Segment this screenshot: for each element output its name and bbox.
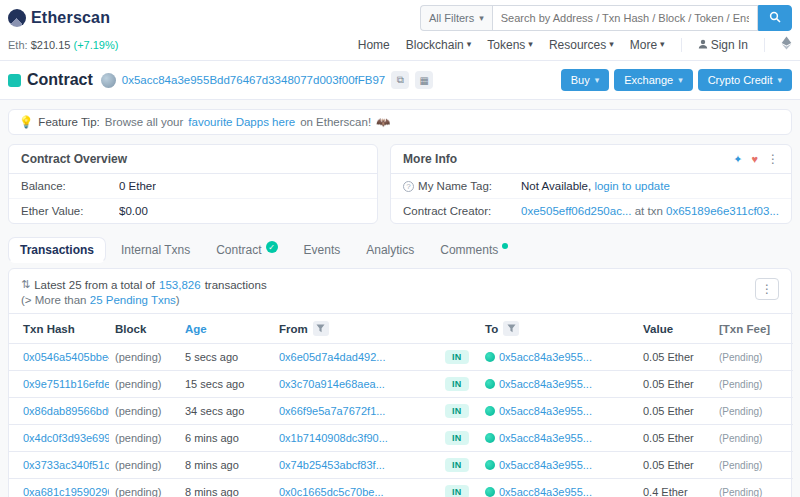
tab-transactions-label: Transactions: [20, 243, 94, 257]
verified-icon: ✓: [266, 241, 278, 253]
pending-close-text: ): [176, 294, 180, 306]
col-value: Value: [637, 314, 713, 344]
col-txn-fee: [Txn Fee]: [713, 314, 793, 344]
nav-tokens[interactable]: Tokens ▾: [487, 38, 533, 52]
to-address-link[interactable]: 0x5acc84a3e955...: [499, 378, 592, 390]
from-address-link[interactable]: 0x66f9e5a7a7672f1...: [279, 405, 385, 417]
from-address-link[interactable]: 0x74b25453abcf83f...: [279, 459, 385, 471]
sign-in-link[interactable]: Sign In: [698, 38, 748, 52]
direction-badge: IN: [445, 458, 469, 472]
buy-button-label: Buy: [571, 74, 590, 86]
tab-internal-txns[interactable]: Internal Txns: [110, 238, 201, 262]
to-address-link[interactable]: 0x5acc84a3e955...: [499, 432, 592, 444]
total-txn-count-link[interactable]: 153,826: [159, 279, 201, 291]
more-info-card: More Info ✦ ♥ ⋮ ? My Name Tag: Not Avail…: [390, 144, 792, 224]
etherscan-logo[interactable]: Etherscan: [8, 9, 110, 27]
age-cell: 8 mins ago: [179, 479, 273, 497]
wand-icon[interactable]: ✦: [733, 154, 742, 165]
txn-hash-link[interactable]: 0xa681c195902906...: [23, 486, 109, 497]
all-filters-label: All Filters: [429, 12, 474, 24]
contract-title-section: Contract 0x5acc84a3e955Bdd76467d3348077d…: [0, 61, 800, 100]
page-title: Contract: [27, 71, 93, 89]
top-header: Etherscan All Filters ▾ Eth: $210.15 (+7…: [0, 0, 800, 61]
all-filters-select[interactable]: All Filters ▾: [420, 5, 492, 31]
search-input[interactable]: [492, 5, 758, 31]
kebab-menu-icon[interactable]: ⋮: [767, 153, 779, 165]
favourite-dapps-link[interactable]: favourite Dapps here: [188, 116, 295, 128]
block-cell: (pending): [109, 452, 179, 479]
tab-transactions[interactable]: Transactions: [8, 237, 106, 263]
creation-txn-link[interactable]: 0x65189e6e311cf03...: [666, 205, 779, 217]
ethereum-icon: [781, 36, 792, 53]
nav-more[interactable]: More ▾: [630, 38, 665, 52]
nav-resources[interactable]: Resources ▾: [549, 38, 614, 52]
to-address-link[interactable]: 0x5acc84a3e955...: [499, 486, 592, 497]
tab-analytics-label: Analytics: [366, 243, 414, 257]
direction-badge: IN: [445, 377, 469, 391]
col-age-toggle[interactable]: Age: [185, 323, 207, 335]
table-row: 0x4dc0f3d93e699ff... (pending) 6 mins ag…: [9, 425, 793, 452]
heart-icon[interactable]: ♥: [751, 154, 758, 165]
feature-tip-text-before: Browse all your: [105, 116, 184, 128]
age-cell: 15 secs ago: [179, 371, 273, 398]
exchange-button[interactable]: Exchange ▾: [614, 69, 692, 91]
txn-hash-link[interactable]: 0x4dc0f3d93e699ff...: [23, 432, 109, 444]
nav-home[interactable]: Home: [358, 38, 390, 52]
to-address-link[interactable]: 0x5acc84a3e955...: [499, 351, 592, 363]
feature-tip-label: Feature Tip:: [38, 116, 99, 128]
crypto-credit-button-label: Crypto Credit: [708, 74, 773, 86]
crypto-credit-button[interactable]: Crypto Credit ▾: [698, 69, 792, 91]
eth-label: Eth:: [8, 39, 28, 51]
to-filter-button[interactable]: [503, 321, 519, 336]
from-address-link[interactable]: 0x1b7140908dc3f90...: [279, 432, 388, 444]
from-address-link[interactable]: 0x6e05d7a4dad492...: [279, 351, 385, 363]
to-address-link[interactable]: 0x5acc84a3e955...: [499, 405, 592, 417]
sign-in-label: Sign In: [711, 38, 748, 52]
tab-events[interactable]: Events: [293, 238, 352, 262]
buy-button[interactable]: Buy ▾: [561, 69, 610, 91]
table-row: 0x3733ac340f51c3... (pending) 8 mins ago…: [9, 452, 793, 479]
ethereum-network-button[interactable]: [781, 36, 792, 53]
from-address-link[interactable]: 0x0c1665dc5c70be...: [279, 486, 384, 497]
tab-contract[interactable]: Contract ✓: [205, 238, 288, 262]
col-txn-hash: Txn Hash: [9, 314, 109, 344]
from-address-link[interactable]: 0x3c70a914e68aea...: [279, 378, 385, 390]
eth-price-ticker: Eth: $210.15 (+7.19%): [8, 39, 118, 51]
direction-badge: IN: [445, 350, 469, 364]
ether-value: $0.00: [119, 205, 148, 217]
txn-hash-link[interactable]: 0x0546a5405bbe47...: [23, 351, 109, 363]
txn-hash-link[interactable]: 0x9e7511b16efde35...: [23, 378, 109, 390]
contract-address[interactable]: 0x5acc84a3e955Bdd76467d3348077d003f00fFB…: [122, 74, 385, 86]
search-button[interactable]: [758, 5, 792, 31]
brand-name: Etherscan: [31, 9, 110, 27]
nav-tokens-label: Tokens: [487, 38, 525, 52]
login-to-update-link[interactable]: login to update: [594, 180, 669, 192]
col-to: To: [485, 323, 498, 335]
txn-hash-link[interactable]: 0x3733ac340f51c3...: [23, 459, 109, 471]
txn-hash-link[interactable]: 0x86dab89566bd0ef...: [23, 405, 109, 417]
creator-address-link[interactable]: 0xe505eff06d250ac...: [521, 205, 631, 217]
direction-badge: IN: [445, 404, 469, 418]
help-icon: ?: [403, 181, 414, 192]
value-cell: 0.05 Ether: [637, 344, 713, 371]
tab-comments[interactable]: Comments: [429, 238, 519, 262]
pending-txns-link[interactable]: 25 Pending Txns: [90, 294, 176, 306]
copy-address-button[interactable]: ⧉: [391, 71, 409, 89]
value-cell: 0.05 Ether: [637, 398, 713, 425]
contract-dot-icon: [485, 352, 495, 362]
to-address-link[interactable]: 0x5acc84a3e955...: [499, 459, 592, 471]
txn-fee-cell: (Pending): [713, 398, 793, 425]
table-row: 0x0546a5405bbe47... (pending) 5 secs ago…: [9, 344, 793, 371]
creator-connector-text: at txn: [635, 205, 663, 217]
from-filter-button[interactable]: [313, 321, 329, 336]
tab-analytics[interactable]: Analytics: [355, 238, 425, 262]
qr-code-button[interactable]: ▦: [415, 71, 433, 89]
age-cell: 34 secs ago: [179, 398, 273, 425]
nav-blockchain[interactable]: Blockchain ▾: [406, 38, 472, 52]
sort-icon[interactable]: ⇅: [21, 278, 30, 291]
exchange-button-label: Exchange: [624, 74, 673, 86]
new-comments-dot: [502, 243, 508, 249]
block-cell: (pending): [109, 344, 179, 371]
table-options-button[interactable]: ⋮: [755, 278, 779, 300]
block-cell: (pending): [109, 398, 179, 425]
